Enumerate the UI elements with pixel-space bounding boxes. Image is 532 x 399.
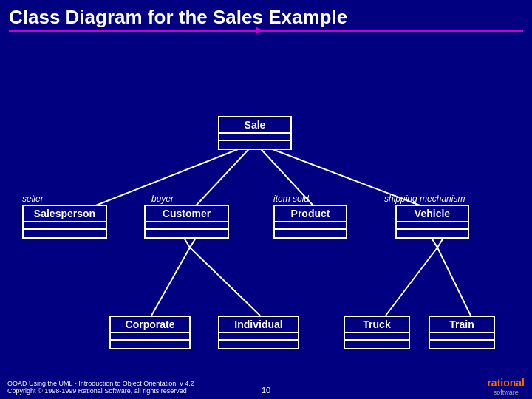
- individual-attrs: [219, 333, 298, 341]
- vehicle-class-name: Vehicle: [397, 206, 468, 222]
- individual-class-name: Individual: [219, 317, 298, 333]
- diagram-area: Sale seller Salesperson buyer Customer i…: [0, 42, 532, 367]
- sale-attrs: [219, 134, 290, 141]
- salesperson-methods: [24, 230, 106, 237]
- page-title: Class Diagram for the Sales Example: [9, 6, 523, 29]
- corporate-class-name: Corporate: [111, 317, 189, 333]
- customer-class-name: Customer: [146, 206, 228, 222]
- product-class-name: Product: [275, 206, 346, 222]
- rational-brand: rational: [487, 377, 525, 389]
- product-attrs: [275, 222, 346, 230]
- salesperson-class-name: Salesperson: [24, 206, 106, 222]
- salesperson-attrs: [24, 222, 106, 230]
- svg-marker-6: [184, 238, 196, 248]
- sale-class: Sale: [218, 116, 292, 150]
- customer-methods: [146, 230, 228, 237]
- svg-line-7: [386, 248, 437, 316]
- svg-marker-9: [432, 238, 443, 248]
- svg-line-8: [437, 248, 471, 316]
- individual-methods: [219, 341, 298, 348]
- customer-class: Customer: [144, 205, 229, 239]
- buyer-role-label: buyer: [151, 194, 174, 204]
- vehicle-attrs: [397, 222, 468, 230]
- svg-line-4: [151, 248, 190, 316]
- seller-role-label: seller: [22, 194, 44, 204]
- train-class-name: Train: [430, 317, 494, 333]
- title-underline: [9, 30, 523, 32]
- customer-attrs: [146, 222, 228, 230]
- product-methods: [275, 230, 346, 237]
- train-methods: [430, 341, 494, 348]
- svg-line-5: [190, 248, 260, 316]
- corporate-attrs: [111, 333, 189, 341]
- item-sold-role-label: item sold: [273, 194, 309, 204]
- train-class: Train: [429, 316, 495, 349]
- truck-methods: [345, 341, 409, 348]
- svg-line-1: [190, 143, 255, 212]
- vehicle-class: Vehicle: [395, 205, 469, 239]
- page-number: 10: [262, 386, 270, 395]
- salesperson-class: Salesperson: [22, 205, 107, 239]
- vehicle-methods: [397, 230, 468, 237]
- rational-sub: software: [487, 389, 525, 396]
- rational-logo: rational software: [487, 377, 525, 396]
- sale-class-name: Sale: [219, 117, 290, 134]
- individual-class: Individual: [218, 316, 299, 349]
- truck-class: Truck: [344, 316, 410, 349]
- train-attrs: [430, 333, 494, 341]
- title-area: Class Diagram for the Sales Example: [0, 0, 532, 35]
- sale-methods: [219, 141, 290, 149]
- product-class: Product: [273, 205, 347, 239]
- truck-class-name: Truck: [345, 317, 409, 333]
- footer-copyright: OOAD Using the UML - Introduction to Obj…: [7, 380, 194, 395]
- shipping-role-label: shipping mechanism: [384, 194, 465, 204]
- corporate-class: Corporate: [109, 316, 191, 349]
- truck-attrs: [345, 333, 409, 341]
- corporate-methods: [111, 341, 189, 348]
